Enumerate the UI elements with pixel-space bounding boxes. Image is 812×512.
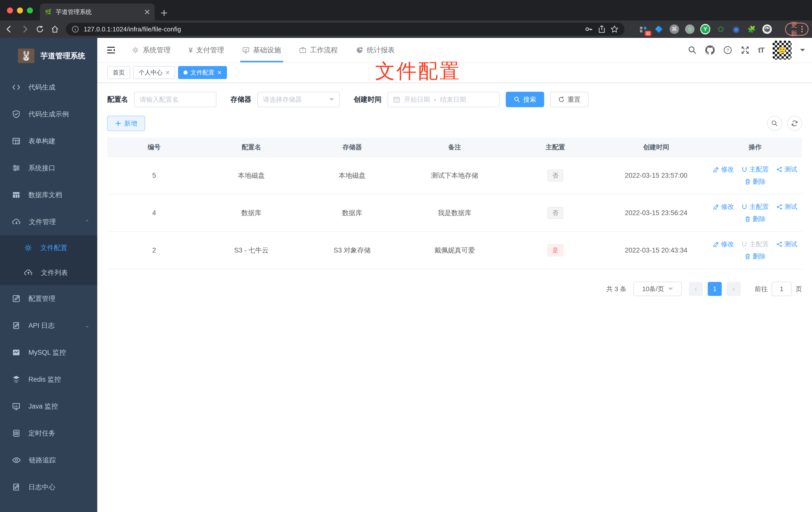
browser-menu-icon[interactable] [801, 26, 803, 32]
github-icon[interactable] [705, 46, 715, 55]
browser-tab[interactable]: 🌿 芋道管理系统 [40, 3, 155, 21]
minimize-window-button[interactable] [17, 7, 23, 13]
sidebar-item-label: 文件管理 [29, 217, 56, 226]
nav-item-workflow[interactable]: 工作流程 [290, 38, 347, 62]
share-icon[interactable] [598, 25, 606, 33]
forward-icon[interactable] [21, 25, 29, 33]
sidebar-item-form-builder[interactable]: 表单构建 [0, 128, 97, 155]
cell-remark: 我是数据库 [403, 208, 507, 217]
nav-item-payment[interactable]: ¥ 支付管理 [179, 38, 233, 62]
user-menu-caret-icon[interactable] [800, 49, 805, 54]
delete-action[interactable]: 删除 [745, 215, 765, 223]
browser-toolbar: 127.0.0.1:1024/infra/file/file-config 11… [0, 21, 812, 38]
date-range-picker[interactable]: 开始日期 - 结束日期 [387, 92, 500, 107]
fullscreen-icon[interactable] [741, 46, 750, 55]
extension-gem-icon[interactable]: 🔷 [654, 24, 664, 34]
favicon-plant-icon: 🌿 [45, 9, 52, 15]
add-button[interactable]: 新增 [107, 116, 145, 131]
sidebar-collapse-icon[interactable] [97, 46, 123, 54]
sidebar-item-label: 链路追踪 [29, 456, 56, 464]
sidebar-item-file-config[interactable]: 文件配置 [0, 235, 97, 260]
site-info-icon[interactable] [72, 26, 79, 33]
address-bar[interactable]: 127.0.0.1:1024/infra/file/file-config [66, 23, 625, 36]
sidebar-item-label: 系统接口 [28, 163, 55, 173]
sidebar-item-trace[interactable]: 链路追踪 [0, 447, 97, 474]
master-action[interactable]: 主配置 [742, 165, 769, 174]
cell-created: 2022-03-15 23:57:00 [604, 172, 708, 179]
back-icon[interactable] [5, 25, 13, 33]
prev-page-button[interactable]: ‹ [689, 282, 703, 296]
show-search-toggle-button[interactable] [767, 116, 782, 131]
goto-page-input[interactable] [772, 282, 791, 296]
delete-action[interactable]: 删除 [745, 252, 765, 261]
table-row: 2 S3 - 七牛云 S3 对象存储 戴佩妮真可爱 是 2022-03-15 2… [107, 231, 802, 269]
tag-profile[interactable]: 个人中心 [133, 66, 175, 79]
config-name-input[interactable] [134, 92, 216, 107]
next-page-button[interactable]: › [727, 282, 741, 296]
new-tab-button[interactable] [161, 9, 168, 17]
edit-action[interactable]: 修改 [713, 203, 734, 211]
extension-emoji-icon[interactable]: 😀 [762, 24, 772, 34]
nav-item-infrastructure[interactable]: 基础设施 [233, 38, 290, 62]
sidebar-item-api-log[interactable]: API 日志 ⌄ [0, 312, 97, 339]
extension-y-logo-icon[interactable]: Y [700, 24, 710, 34]
col-header-name: 配置名 [201, 143, 302, 152]
page-size-select[interactable]: 10条/页 [633, 282, 682, 296]
font-size-icon[interactable]: tT [758, 46, 764, 54]
test-action[interactable]: 测试 [776, 240, 797, 248]
test-action[interactable]: 测试 [776, 165, 797, 174]
edit-action[interactable]: 修改 [713, 165, 734, 174]
refresh-table-button[interactable] [787, 116, 802, 131]
reset-button[interactable]: 重置 [550, 92, 588, 107]
extension-eye-icon[interactable]: ◉ [731, 24, 741, 34]
sidebar-item-code-example[interactable]: 代码生成示例 [0, 101, 97, 128]
bookmark-star-icon[interactable] [610, 25, 618, 33]
page-number-current[interactable]: 1 [708, 282, 722, 296]
sidebar-item-log-center[interactable]: 日志中心 [0, 474, 97, 501]
search-icon[interactable] [688, 46, 697, 55]
edit-action[interactable]: 修改 [713, 240, 734, 248]
tag-file-config[interactable]: 文件配置 [178, 66, 227, 79]
browser-update-button[interactable]: 更新 [785, 23, 809, 36]
test-action[interactable]: 测试 [776, 203, 797, 211]
sidebar-item-system-api[interactable]: 系统接口 [0, 155, 97, 181]
search-button[interactable]: 搜索 [506, 92, 544, 107]
delete-action[interactable]: 删除 [745, 177, 765, 186]
sidebar-item-java-monitor[interactable]: Java 监控 [0, 393, 97, 420]
cell-actions: 修改 主配置 测试 删除 [708, 203, 802, 223]
tag-close-icon[interactable] [166, 70, 170, 74]
sidebar-item-code-generation[interactable]: 代码生成 [0, 74, 97, 101]
avatar[interactable]: 🙂 [773, 41, 791, 60]
tag-close-icon[interactable] [218, 70, 222, 74]
home-icon[interactable] [51, 25, 59, 33]
page-size-value: 10条/页 [642, 285, 664, 293]
storage-select[interactable]: 请选择存储器 [257, 92, 340, 107]
password-key-icon[interactable] [585, 25, 593, 33]
extension-recorder-icon[interactable] [685, 24, 695, 34]
sidebar-item-file-management[interactable]: 文件管理 ⌃ [0, 208, 97, 235]
sidebar-item-db-doc[interactable]: 数据库文档 [0, 181, 97, 208]
tab-close-icon[interactable] [145, 9, 150, 14]
extensions-puzzle-icon[interactable]: 🧩 [747, 24, 757, 34]
sidebar-item-scheduled-tasks[interactable]: 定时任务 [0, 420, 97, 447]
extension-star-icon[interactable]: ✩ [716, 24, 726, 34]
zoom-window-button[interactable] [27, 7, 33, 13]
master-action[interactable]: 主配置 [742, 203, 769, 211]
dashboard-icon [356, 47, 364, 54]
extension-command-icon[interactable]: ⌘ [669, 24, 679, 34]
sidebar-item-file-list[interactable]: 文件列表 [0, 260, 97, 285]
master-action-disabled: 主配置 [742, 240, 769, 248]
sidebar-item-config-management[interactable]: 配置管理 [0, 285, 97, 312]
nav-item-system[interactable]: 系统管理 [123, 38, 179, 62]
tag-home[interactable]: 首页 [107, 66, 130, 79]
sidebar-item-redis-monitor[interactable]: Redis 监控 [0, 366, 97, 393]
url-text[interactable]: 127.0.0.1:1024/infra/file/file-config [84, 26, 580, 33]
extension-grid-icon[interactable]: 11 [638, 24, 648, 34]
help-icon[interactable]: ? [723, 46, 732, 55]
macos-window-controls[interactable] [0, 7, 40, 21]
app-logo[interactable]: 🐰 芋道管理系统 [0, 38, 97, 74]
sidebar-item-mysql-monitor[interactable]: MySQL 监控 [0, 339, 97, 366]
reload-icon[interactable] [36, 25, 44, 33]
update-label: 更新 [791, 21, 797, 38]
close-window-button[interactable] [7, 7, 13, 13]
